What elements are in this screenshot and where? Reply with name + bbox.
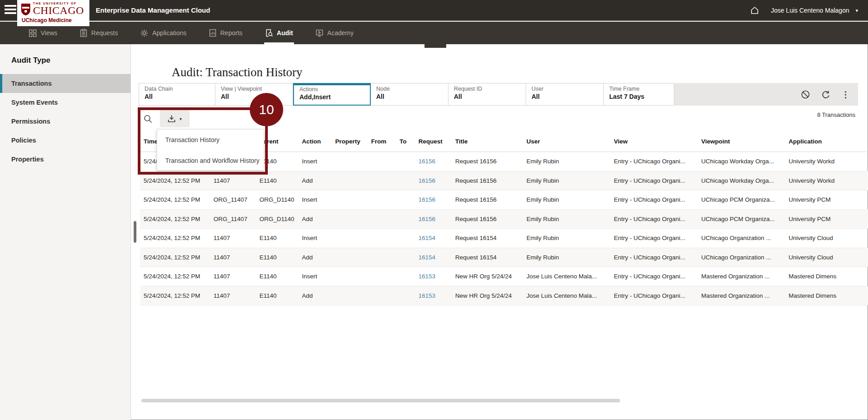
column-header-to[interactable]: To (396, 138, 415, 145)
cell-user: Emily Rubin (523, 254, 610, 261)
table-toolbar: ▾ (141, 110, 190, 127)
cell-user: Emily Rubin (523, 177, 610, 184)
cell-request[interactable]: 16156 (415, 158, 452, 165)
sidebar-item-system-events[interactable]: System Events (0, 93, 131, 112)
search-button[interactable] (141, 111, 154, 127)
cell-time: 5/24/2024, 12:52 PM (140, 292, 210, 299)
panel-splitter-handle[interactable] (425, 44, 446, 48)
cell-request[interactable]: 16154 (415, 235, 452, 241)
export-button[interactable]: ▾ (160, 110, 190, 127)
filter-chip-request-id[interactable]: Request ID All (448, 83, 526, 106)
cell-request[interactable]: 16156 (415, 196, 452, 203)
cell-parent: E1140 (256, 292, 299, 299)
menu-item-transaction-history[interactable]: Transaction History (157, 129, 264, 150)
cell-application: University PCM (785, 216, 868, 222)
nav-label: Reports (220, 29, 243, 37)
cell-parent: E1140 (256, 177, 299, 184)
home-icon[interactable] (750, 6, 759, 15)
cell-node: ORG_11407 (210, 196, 256, 203)
cell-request[interactable]: 16153 (415, 292, 452, 299)
user-menu[interactable]: Jose Luis Centeno Malagon ▾ (771, 7, 858, 14)
academy-screen-icon (316, 29, 323, 37)
cell-node: 11407 (210, 177, 256, 184)
filter-chip-node[interactable]: Node All (371, 83, 448, 106)
nav-label: Audit (277, 29, 293, 37)
user-name: Jose Luis Centeno Malagon (771, 7, 849, 14)
table-row[interactable]: 5/24/2024, 12:52 PM11407E1140Insert16153… (140, 267, 868, 286)
cell-viewpoint: Mastered Organization ... (698, 292, 785, 299)
cell-viewpoint: UChicago Organization ... (698, 254, 785, 261)
cell-application: Mastered Dimens (785, 273, 868, 280)
column-header-user[interactable]: User (523, 138, 610, 145)
column-header-application[interactable]: Application (785, 138, 868, 145)
nav-item-academy[interactable]: Academy (315, 22, 355, 44)
cell-view: Entry - UChicago Organi... (610, 273, 697, 280)
sidebar-item-transactions[interactable]: Transactions (0, 74, 131, 93)
gear-icon (140, 29, 148, 37)
filter-chip-time-frame[interactable]: Time Frame Last 7 Days (604, 83, 674, 106)
cell-node: ORG_11407 (210, 216, 256, 222)
logo-line3: UChicago Medicine (22, 17, 87, 23)
filter-toolbar: ⋮ (674, 83, 858, 106)
hamburger-menu-icon[interactable] (5, 5, 17, 16)
topbar-divider (0, 21, 868, 22)
report-icon (209, 29, 216, 37)
cell-action: Insert (299, 158, 332, 165)
cell-request[interactable]: 16154 (415, 254, 452, 261)
logo-line2: CHICAGO (33, 5, 84, 16)
kebab-menu-icon[interactable]: ⋮ (841, 90, 850, 99)
cell-request[interactable]: 16153 (415, 273, 452, 280)
nav-item-audit[interactable]: Audit (264, 22, 294, 44)
column-header-view[interactable]: View (610, 138, 697, 145)
cell-parent: E1140 (256, 235, 299, 241)
cell-request[interactable]: 16156 (415, 177, 452, 184)
cell-time: 5/24/2024, 12:52 PM (140, 273, 210, 280)
table-row[interactable]: 5/24/2024, 12:52 PMORG_11407ORG_D1140Ins… (140, 190, 868, 210)
cell-title: Request 16154 (452, 254, 523, 261)
nav-label: Views (41, 29, 57, 37)
cell-parent: E1140 (256, 254, 299, 261)
cell-request[interactable]: 16156 (415, 216, 452, 222)
cell-application: University Workd (785, 158, 868, 165)
cell-action: Insert (299, 273, 332, 280)
vertical-scrollbar-thumb[interactable] (134, 221, 136, 243)
sidebar-item-properties[interactable]: Properties (0, 150, 131, 169)
table-row[interactable]: 5/24/2024, 12:52 PM11407E1140Insert16154… (140, 229, 868, 248)
column-header-viewpoint[interactable]: Viewpoint (698, 138, 785, 145)
column-header-title[interactable]: Title (452, 138, 523, 145)
filter-chip-user[interactable]: User All (526, 83, 604, 106)
cell-viewpoint: UChicago PCM Organiza... (698, 196, 785, 203)
nav-item-applications[interactable]: Applications (140, 22, 187, 44)
table-row[interactable]: 5/24/2024, 12:52 PMORG_11407ORG_D1140Add… (140, 210, 868, 229)
horizontal-scrollbar-thumb[interactable] (141, 399, 620, 402)
cell-viewpoint: UChicago Workday Orga... (698, 158, 785, 165)
column-header-property[interactable]: Property (331, 138, 367, 145)
cell-viewpoint: UChicago Organization ... (698, 235, 785, 241)
filter-chip-actions[interactable]: Actions Add,Insert (293, 83, 371, 106)
cell-time: 5/24/2024, 12:52 PM (140, 254, 210, 261)
column-header-action[interactable]: Action (299, 138, 332, 145)
cell-title: Request 16156 (452, 158, 523, 165)
column-header-request[interactable]: Request (415, 138, 452, 145)
university-logo: THE UNIVERSITY OF CHICAGO UChicago Medic… (17, 0, 89, 26)
cell-title: Request 16154 (452, 235, 523, 241)
column-header-from[interactable]: From (368, 138, 396, 145)
cell-node: 11407 (210, 235, 256, 241)
refresh-icon[interactable] (821, 90, 831, 99)
table-row[interactable]: 5/24/2024, 12:52 PM11407E1140Add16154Req… (140, 248, 868, 268)
clear-filters-icon[interactable] (801, 90, 810, 99)
table-row[interactable]: 5/24/2024, 12:52 PM11407E1140Add16156Req… (140, 171, 868, 191)
menu-item-transaction-and-workflow-history[interactable]: Transaction and Workflow History (157, 150, 264, 171)
cell-title: New HR Org 5/24/24 (452, 292, 523, 299)
nav-item-reports[interactable]: Reports (208, 22, 243, 44)
sidebar-item-permissions[interactable]: Permissions (0, 112, 131, 131)
filter-chip-data-chain[interactable]: Data Chain All (139, 83, 215, 106)
table-row[interactable]: 5/24/2024, 12:52 PM11407E1140Add16153New… (140, 286, 868, 306)
cell-action: Add (299, 216, 332, 222)
cell-application: University PCM (785, 196, 868, 203)
cell-application: University Cloud (785, 235, 868, 241)
cell-parent: ORG_D1140 (256, 196, 299, 203)
cell-action: Add (299, 292, 332, 299)
sidebar-item-policies[interactable]: Policies (0, 131, 131, 150)
export-dropdown-menu: Transaction History Transaction and Work… (157, 129, 264, 171)
